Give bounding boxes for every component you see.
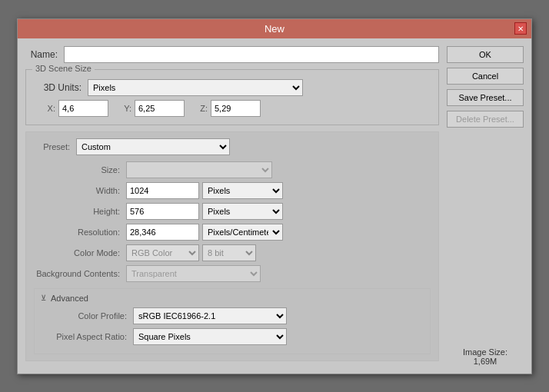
- name-input[interactable]: [64, 46, 439, 63]
- preset-row: Preset: Custom: [34, 138, 431, 155]
- close-button[interactable]: ✕: [514, 22, 527, 35]
- x-label: X:: [42, 104, 55, 113]
- new-dialog: New ✕ Name: 3D Scene Size 3D Units: Pixe…: [17, 18, 532, 374]
- width-label: Width:: [34, 186, 126, 195]
- preset-section: Preset: Custom Size: Width: 1024 Pixels: [25, 131, 439, 361]
- scene-size-section: 3D Scene Size 3D Units: Pixels X: 4,6 Y:…: [25, 69, 439, 125]
- width-input[interactable]: 1024: [126, 182, 199, 199]
- dialog-body: Name: 3D Scene Size 3D Units: Pixels X: …: [18, 38, 531, 374]
- z-label: Z:: [194, 104, 208, 113]
- advanced-label: Advanced: [51, 294, 88, 303]
- name-row: Name:: [25, 46, 439, 63]
- pixel-aspect-select[interactable]: Square Pixels: [133, 328, 287, 345]
- background-select[interactable]: Transparent: [126, 265, 261, 282]
- height-label: Height:: [34, 207, 126, 216]
- save-preset-button[interactable]: Save Preset...: [447, 89, 524, 106]
- units-select[interactable]: Pixels: [88, 79, 303, 96]
- resolution-input[interactable]: 28,346: [126, 224, 199, 241]
- size-select[interactable]: [126, 161, 272, 178]
- scene-size-title: 3D Scene Size: [32, 64, 95, 73]
- resolution-row: Resolution: 28,346 Pixels/Centimeter: [34, 224, 431, 241]
- color-mode-label: Color Mode:: [34, 248, 126, 257]
- pixel-aspect-row: Pixel Aspect Ratio: Square Pixels: [41, 328, 424, 345]
- dialog-title: New: [265, 23, 284, 35]
- right-panel: OK Cancel Save Preset... Delete Preset..…: [447, 46, 524, 366]
- size-label: Size:: [34, 165, 126, 174]
- cancel-button[interactable]: Cancel: [447, 68, 524, 85]
- y-label: Y:: [118, 104, 131, 113]
- color-profile-row: Color Profile: sRGB IEC61966-2.1: [41, 307, 424, 324]
- preset-select[interactable]: Custom: [76, 138, 230, 155]
- pixel-aspect-label: Pixel Aspect Ratio:: [41, 332, 133, 341]
- width-row: Width: 1024 Pixels: [34, 182, 431, 199]
- delete-preset-button[interactable]: Delete Preset...: [447, 111, 524, 128]
- color-mode-select[interactable]: RGB Color: [126, 244, 199, 261]
- height-row: Height: 576 Pixels: [34, 203, 431, 220]
- title-bar: New ✕: [18, 19, 531, 38]
- xyz-row: X: 4,6 Y: 6,25 Z: 5,29: [34, 100, 431, 117]
- background-row: Background Contents: Transparent: [34, 265, 431, 282]
- left-panel: Name: 3D Scene Size 3D Units: Pixels X: …: [25, 46, 439, 366]
- color-profile-label: Color Profile:: [41, 311, 133, 321]
- chevron-icon: ⊻: [41, 294, 46, 302]
- preset-label: Preset:: [34, 142, 76, 151]
- width-unit-select[interactable]: Pixels: [202, 182, 283, 199]
- resolution-label: Resolution:: [34, 228, 126, 237]
- resolution-unit-select[interactable]: Pixels/Centimeter: [202, 224, 283, 241]
- image-size-value: 1,69M: [447, 357, 524, 366]
- advanced-section: ⊻ Advanced Color Profile: sRGB IEC61966-…: [34, 288, 431, 354]
- units-row: 3D Units: Pixels: [34, 79, 431, 96]
- image-size-info: Image Size: 1,69M: [447, 340, 524, 366]
- y-input[interactable]: 6,25: [135, 100, 185, 117]
- ok-button[interactable]: OK: [447, 46, 524, 63]
- background-label: Background Contents:: [34, 269, 126, 278]
- height-input[interactable]: 576: [126, 203, 199, 220]
- color-profile-select[interactable]: sRGB IEC61966-2.1: [133, 307, 287, 324]
- x-input[interactable]: 4,6: [58, 100, 108, 117]
- height-unit-select[interactable]: Pixels: [202, 203, 283, 220]
- color-mode-row: Color Mode: RGB Color 8 bit: [34, 244, 431, 261]
- z-input[interactable]: 5,29: [211, 100, 261, 117]
- name-label: Name:: [25, 49, 64, 60]
- advanced-toggle[interactable]: ⊻ Advanced: [41, 294, 424, 303]
- size-row: Size:: [34, 161, 431, 178]
- units-label: 3D Units:: [34, 82, 88, 93]
- image-size-label: Image Size:: [447, 347, 524, 357]
- bit-depth-select[interactable]: 8 bit: [202, 244, 256, 261]
